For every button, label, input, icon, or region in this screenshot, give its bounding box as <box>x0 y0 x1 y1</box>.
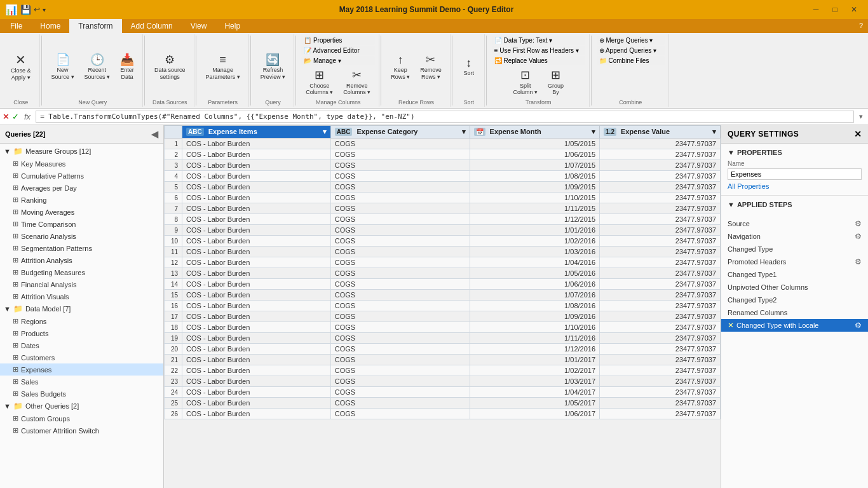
data-source-settings-button[interactable]: ⚙ Data sourcesettings <box>150 51 190 83</box>
help-icon[interactable]: ? <box>854 19 868 33</box>
enter-data-button[interactable]: 📥 EnterData <box>116 51 139 83</box>
col-header-expense-month[interactable]: 📅 Expense Month ▾ <box>470 126 600 139</box>
table-row[interactable]: 14COS - Labor BurdenCOGS1/06/201623477.9… <box>165 279 721 290</box>
combine-files-button[interactable]: 📁 Combine Files <box>597 56 665 65</box>
append-queries-button[interactable]: ⊕ Append Queries ▾ <box>597 46 665 55</box>
quick-undo[interactable]: ↩ <box>34 5 40 14</box>
table-row[interactable]: 1COS - Labor BurdenCOGS1/05/201523477.97… <box>165 139 721 149</box>
col-filter-icon-expense-month[interactable]: ▾ <box>592 128 595 136</box>
choose-columns-button[interactable]: ⊞ ChooseColumns ▾ <box>301 67 337 98</box>
properties-button[interactable]: 📋 Properties <box>301 36 375 45</box>
table-row[interactable]: 13COS - Labor BurdenCOGS1/05/201623477.9… <box>165 268 721 279</box>
remove-rows-button[interactable]: ✂ RemoveRows ▾ <box>416 51 446 83</box>
close-settings-button[interactable]: ✕ <box>854 129 862 139</box>
query-item-key-measures[interactable]: ⊞ Key Measures <box>0 158 163 170</box>
merge-queries-button[interactable]: ⊕ Merge Queries ▾ <box>597 36 665 45</box>
collapse-queries-button[interactable]: ◀ <box>151 129 158 139</box>
properties-expand-icon[interactable]: ▼ <box>728 149 735 156</box>
step-changed-type2[interactable]: Changed Type2 ⚙ <box>721 294 868 306</box>
all-properties-link[interactable]: All Properties <box>728 182 862 190</box>
advanced-editor-button[interactable]: 📝 Advanced Editor <box>301 46 375 55</box>
query-item-sales[interactable]: ⊞ Sales <box>0 376 163 388</box>
step-changed-type-with-locale[interactable]: ✕ Changed Type with Locale ⚙ <box>721 319 868 332</box>
query-item-attrition-analysis[interactable]: ⊞ Attrition Analysis <box>0 254 163 266</box>
tab-home[interactable]: Home <box>31 19 69 33</box>
table-row[interactable]: 18COS - Labor BurdenCOGS1/10/201623477.9… <box>165 322 721 333</box>
table-row[interactable]: 22COS - Labor BurdenCOGS1/02/201723477.9… <box>165 365 721 376</box>
table-row[interactable]: 26COS - Labor BurdenCOGS1/06/201723477.9… <box>165 409 721 419</box>
query-item-dates[interactable]: ⊞ Dates <box>0 339 163 351</box>
query-item-scenario-analysis[interactable]: ⊞ Scenario Analysis <box>0 230 163 242</box>
step-changed-type1[interactable]: Changed Type1 ⚙ <box>721 268 868 281</box>
table-row[interactable]: 25COS - Labor BurdenCOGS1/05/201723477.9… <box>165 398 721 409</box>
query-item-time-comparison[interactable]: ⊞ Time Comparison <box>0 218 163 230</box>
table-row[interactable]: 4COS - Labor BurdenCOGS1/08/201523477.97… <box>165 171 721 182</box>
new-source-button[interactable]: 📄 NewSource ▾ <box>47 51 79 83</box>
step-renamed-columns[interactable]: Renamed Columns ⚙ <box>721 306 868 319</box>
col-header-expense-value[interactable]: 1.2 Expense Value ▾ <box>600 126 721 139</box>
step-promoted-headers[interactable]: Promoted Headers ⚙ <box>721 255 868 268</box>
query-item-custom-groups[interactable]: ⊞ Custom Groups <box>0 412 163 424</box>
table-row[interactable]: 2COS - Labor BurdenCOGS1/06/201523477.97… <box>165 149 721 160</box>
tab-view[interactable]: View <box>182 19 216 33</box>
table-row[interactable]: 21COS - Labor BurdenCOGS1/01/201723477.9… <box>165 355 721 365</box>
query-item-ranking[interactable]: ⊞ Ranking <box>0 194 163 206</box>
query-item-cumulative-patterns[interactable]: ⊞ Cumulative Patterns <box>0 170 163 182</box>
query-item-expenses[interactable]: ⊞ Expenses <box>0 363 163 376</box>
table-row[interactable]: 11COS - Labor BurdenCOGS1/03/201623477.9… <box>165 247 721 257</box>
query-item-moving-averages[interactable]: ⊞ Moving Averages <box>0 206 163 218</box>
query-group-measure-groups[interactable]: ▼ 📁 Measure Groups [12] <box>0 145 163 158</box>
query-item-products[interactable]: ⊞ Products <box>0 327 163 339</box>
sort-button[interactable]: ↕ Sort <box>458 55 480 79</box>
manage-parameters-button[interactable]: ≡ ManageParameters ▾ <box>201 51 245 83</box>
name-input[interactable] <box>728 168 862 180</box>
query-item-segmentation-patterns[interactable]: ⊞ Segmentation Patterns <box>0 242 163 254</box>
table-row[interactable]: 24COS - Labor BurdenCOGS1/04/201723477.9… <box>165 387 721 398</box>
maximize-button[interactable]: □ <box>826 3 844 17</box>
tab-file[interactable]: File <box>1 19 31 33</box>
replace-values-button[interactable]: 🔁 Replace Values <box>492 56 585 65</box>
table-row[interactable]: 8COS - Labor BurdenCOGS1/12/201523477.97… <box>165 214 721 225</box>
remove-columns-button[interactable]: ✂ RemoveColumns ▾ <box>339 67 375 98</box>
minimize-button[interactable]: ─ <box>807 3 825 17</box>
table-row[interactable]: 19COS - Labor BurdenCOGS1/11/201623477.9… <box>165 333 721 344</box>
query-item-sales-budgets[interactable]: ⊞ Sales Budgets <box>0 388 163 400</box>
close-button[interactable]: ✕ <box>845 3 863 17</box>
tab-transform[interactable]: Transform <box>69 19 121 33</box>
recent-sources-button[interactable]: 🕒 RecentSources ▾ <box>80 51 115 83</box>
manage-button[interactable]: 📂 Manage ▾ <box>301 56 375 65</box>
table-row[interactable]: 9COS - Labor BurdenCOGS1/01/201623477.97… <box>165 225 721 236</box>
query-item-regions[interactable]: ⊞ Regions <box>0 315 163 327</box>
table-row[interactable]: 7COS - Labor BurdenCOGS1/11/201523477.97… <box>165 203 721 214</box>
query-item-averages-per-day[interactable]: ⊞ Averages per Day <box>0 182 163 194</box>
table-row[interactable]: 20COS - Labor BurdenCOGS1/12/201623477.9… <box>165 344 721 355</box>
cancel-formula-button[interactable]: ✕ <box>3 112 10 121</box>
keep-rows-button[interactable]: ↑ KeepRows ▾ <box>386 51 414 83</box>
step-source[interactable]: Source ⚙ <box>721 217 868 230</box>
data-type-button[interactable]: 📄 Data Type: Text ▾ <box>492 36 585 45</box>
step-source-gear[interactable]: ⚙ <box>855 219 862 228</box>
query-item-customers[interactable]: ⊞ Customers <box>0 351 163 363</box>
first-row-headers-button[interactable]: ≡ Use First Row as Headers ▾ <box>492 46 585 55</box>
table-row[interactable]: 17COS - Labor BurdenCOGS1/09/201623477.9… <box>165 311 721 322</box>
col-filter-icon-expense-items[interactable]: ▾ <box>323 128 327 136</box>
table-row[interactable]: 23COS - Labor BurdenCOGS1/03/201723477.9… <box>165 376 721 387</box>
step-changed-type-with-locale-gear[interactable]: ⚙ <box>855 321 862 330</box>
tab-add-column[interactable]: Add Column <box>122 19 182 33</box>
table-row[interactable]: 3COS - Labor BurdenCOGS1/07/201523477.97… <box>165 160 721 171</box>
confirm-formula-button[interactable]: ✓ <box>12 112 19 121</box>
refresh-preview-button[interactable]: 🔄 RefreshPreview ▾ <box>256 51 290 83</box>
table-row[interactable]: 15COS - Labor BurdenCOGS1/07/201623477.9… <box>165 290 721 301</box>
step-promoted-headers-gear[interactable]: ⚙ <box>855 257 862 266</box>
group-by-button[interactable]: ⊞ GroupBy <box>543 67 568 98</box>
table-row[interactable]: 6COS - Labor BurdenCOGS1/10/201523477.97… <box>165 193 721 203</box>
step-unpivoted-other-columns[interactable]: Unpivoted Other Columns ⚙ <box>721 281 868 294</box>
tab-help[interactable]: Help <box>215 19 249 33</box>
quick-save[interactable]: 💾 <box>20 4 31 15</box>
table-row[interactable]: 10COS - Labor BurdenCOGS1/02/201623477.9… <box>165 236 721 247</box>
step-navigation-gear[interactable]: ⚙ <box>855 232 862 241</box>
col-header-expense-category[interactable]: ABC Expense Category ▾ <box>330 126 470 139</box>
query-item-financial-analysis[interactable]: ⊞ Financial Analysis <box>0 278 163 290</box>
query-item-customer-attrition-switch[interactable]: ⊞ Customer Attrition Switch <box>0 424 163 437</box>
step-changed-type[interactable]: Changed Type ⚙ <box>721 243 868 255</box>
